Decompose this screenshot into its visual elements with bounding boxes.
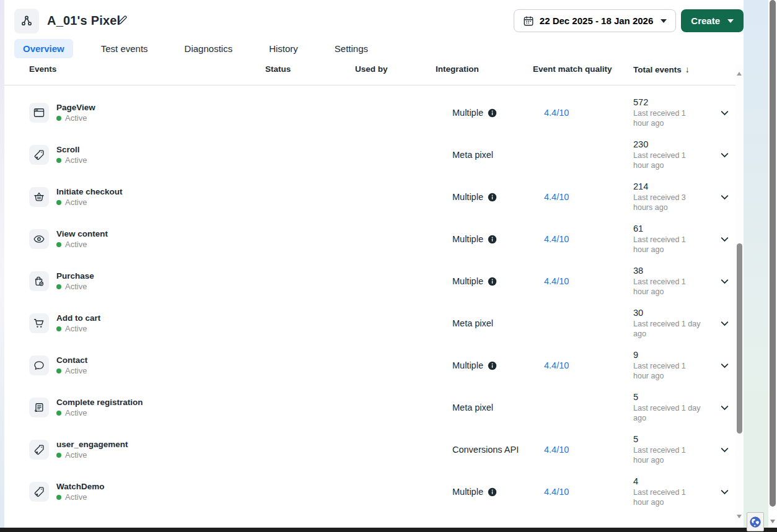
column-header-status: Status — [265, 64, 355, 74]
column-header-event-match-quality: Event match quality — [533, 64, 633, 74]
shopping-bag-check-icon — [29, 271, 49, 291]
integration-value: Meta pixel — [452, 150, 493, 160]
tab-diagnostics[interactable]: Diagnostics — [176, 39, 242, 58]
event-match-quality-link[interactable]: 4.4/10 — [544, 192, 569, 202]
table-row[interactable]: Purchase Active Multiple 4.4/10 38 Last … — [4, 260, 744, 302]
basket-icon — [29, 187, 49, 207]
event-name: Contact — [56, 355, 87, 365]
event-match-quality-cell: 4.4/10 — [533, 276, 633, 286]
info-icon[interactable] — [488, 108, 497, 118]
event-status-label: Active — [65, 282, 87, 291]
event-status-label: Active — [65, 198, 87, 207]
event-match-quality-link[interactable]: 4.4/10 — [544, 487, 569, 497]
pixel-overview-panel: A_01's Pixel 22 Dec 2025 - 18 Jan 202 — [4, 0, 744, 528]
active-status-dot — [56, 284, 61, 289]
browser-scrollbar[interactable] — [768, 0, 777, 528]
event-match-quality-cell: 4.4/10 — [533, 360, 633, 370]
registration-form-icon — [29, 398, 49, 417]
event-status-label: Active — [65, 408, 87, 417]
date-range-picker[interactable]: 22 Dec 2025 - 18 Jan 2026 — [514, 9, 676, 32]
scroll-up-arrow-icon[interactable] — [737, 72, 742, 76]
table-row[interactable]: WatchDemo Active Multiple 4.4/10 4 Last … — [4, 471, 744, 513]
chevron-down-icon[interactable] — [719, 234, 730, 245]
total-events-cell: 30 Last received 1 day ago — [633, 308, 713, 339]
chevron-down-icon[interactable] — [719, 360, 730, 371]
event-match-quality-link[interactable]: 4.4/10 — [544, 108, 569, 118]
table-row[interactable]: Add to cart Active Meta pixel 30 Last re… — [4, 302, 744, 344]
table-row[interactable]: Initiate checkout Active Multiple 4.4/10… — [4, 176, 744, 218]
event-status-label: Active — [65, 450, 87, 460]
table-row[interactable]: PageView Active Multiple 4.4/10 572 Last… — [4, 92, 744, 134]
table-row[interactable]: Complete registration Active Meta pixel … — [4, 386, 744, 429]
info-icon[interactable] — [488, 487, 497, 497]
total-events-cell: 5 Last received 1 hour ago — [633, 434, 713, 466]
info-icon[interactable] — [488, 193, 497, 202]
table-row[interactable]: user_engagement Active Conversions API 4… — [4, 429, 744, 471]
event-name: Complete registration — [56, 398, 143, 407]
table-scrollbar-thumb[interactable] — [737, 243, 742, 434]
scroll-down-arrow-icon[interactable] — [770, 520, 775, 523]
column-header-total-events[interactable]: Total events ↓ — [633, 64, 713, 74]
pixel-header: A_01's Pixel 22 Dec 2025 - 18 Jan 202 — [4, 0, 744, 38]
table-header: Events Status Used by Integration Event … — [4, 64, 744, 85]
total-events-count: 5 — [633, 434, 638, 444]
total-events-count: 230 — [633, 139, 648, 149]
chevron-down-icon[interactable] — [719, 403, 730, 413]
event-status-label: Active — [65, 366, 87, 375]
info-icon[interactable] — [488, 277, 497, 286]
info-icon[interactable] — [488, 361, 497, 370]
chevron-down-icon[interactable] — [719, 108, 730, 118]
globe-status-widget[interactable] — [747, 512, 764, 531]
custom-event-tag-icon — [29, 145, 49, 165]
chevron-down-icon[interactable] — [719, 445, 730, 455]
event-match-quality-cell: 4.4/10 — [533, 108, 633, 118]
table-row[interactable]: View content Active Multiple 4.4/10 61 L… — [4, 218, 744, 260]
last-received-label: Last received 1 day ago — [633, 319, 701, 339]
chevron-down-icon[interactable] — [719, 276, 730, 287]
integration-value: Multiple — [452, 360, 483, 370]
event-status-label: Active — [65, 240, 87, 249]
custom-event-tag-icon — [29, 482, 49, 502]
active-status-dot — [56, 200, 61, 205]
event-name: Purchase — [56, 271, 94, 281]
last-received-label: Last received 1 hour ago — [633, 235, 701, 255]
browser-scrollbar-thumb[interactable] — [770, 0, 776, 507]
table-scrollbar[interactable] — [735, 64, 744, 523]
events-manager-page: A_01's Pixel 22 Dec 2025 - 18 Jan 202 — [0, 0, 777, 532]
header-controls: 22 Dec 2025 - 18 Jan 2026 Create — [514, 9, 744, 32]
chevron-down-icon — [661, 19, 667, 23]
chevron-down-icon[interactable] — [719, 192, 730, 203]
active-status-dot — [56, 242, 61, 247]
edit-pixel-name-icon[interactable] — [116, 15, 128, 26]
event-match-quality-link[interactable]: 4.4/10 — [544, 276, 569, 286]
chevron-down-icon[interactable] — [719, 150, 730, 160]
chevron-down-icon[interactable] — [719, 487, 730, 497]
table-row[interactable]: Scroll Active Meta pixel 230 Last receiv… — [4, 134, 744, 176]
event-match-quality-link[interactable]: 4.4/10 — [544, 445, 569, 455]
column-header-used-by: Used by — [355, 64, 436, 74]
tab-settings[interactable]: Settings — [326, 39, 377, 58]
total-events-cell: 230 Last received 1 hour ago — [633, 139, 713, 171]
event-match-quality-link[interactable]: 4.4/10 — [544, 234, 569, 244]
table-row[interactable]: Contact Active Multiple 4.4/10 9 Last re… — [4, 344, 744, 386]
tab-overview[interactable]: Overview — [14, 39, 73, 58]
total-events-cell: 9 Last received 1 hour ago — [633, 350, 713, 382]
create-button[interactable]: Create — [681, 9, 744, 32]
tab-history[interactable]: History — [260, 39, 307, 58]
total-events-count: 38 — [633, 266, 643, 276]
event-match-quality-cell: 4.4/10 — [533, 192, 633, 202]
last-received-label: Last received 1 hour ago — [633, 150, 701, 171]
last-received-label: Last received 1 hour ago — [633, 108, 701, 129]
integration-value: Meta pixel — [452, 318, 493, 328]
eye-icon — [29, 229, 49, 249]
active-status-dot — [56, 326, 61, 331]
info-icon[interactable] — [488, 235, 497, 244]
event-name: PageView — [56, 103, 95, 112]
chevron-down-icon[interactable] — [719, 318, 730, 329]
total-events-count: 572 — [633, 97, 648, 107]
tab-test-events[interactable]: Test events — [92, 39, 157, 58]
event-status-label: Active — [65, 324, 87, 333]
total-events-count: 61 — [633, 224, 643, 233]
scroll-down-arrow-icon[interactable] — [737, 515, 742, 518]
event-match-quality-link[interactable]: 4.4/10 — [544, 360, 569, 370]
